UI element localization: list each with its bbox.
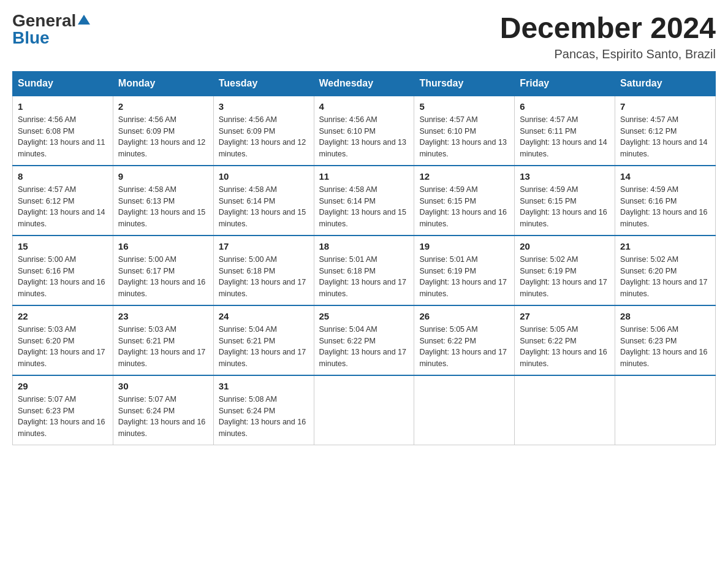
day-info: Sunrise: 5:01 AMSunset: 6:18 PMDaylight:… xyxy=(319,254,409,300)
day-info: Sunrise: 4:57 AMSunset: 6:11 PMDaylight:… xyxy=(520,114,610,160)
day-info: Sunrise: 5:05 AMSunset: 6:22 PMDaylight:… xyxy=(520,324,610,370)
weekday-header-row: SundayMondayTuesdayWednesdayThursdayFrid… xyxy=(13,71,716,96)
day-number: 11 xyxy=(319,171,409,182)
day-info: Sunrise: 4:58 AMSunset: 6:14 PMDaylight:… xyxy=(219,184,309,230)
day-number: 28 xyxy=(620,311,710,321)
calendar-day-cell: 2Sunrise: 4:56 AMSunset: 6:09 PMDaylight… xyxy=(113,96,213,166)
day-info: Sunrise: 4:57 AMSunset: 6:12 PMDaylight:… xyxy=(18,184,108,230)
calendar-day-cell: 14Sunrise: 4:59 AMSunset: 6:16 PMDayligh… xyxy=(615,166,716,236)
day-number: 27 xyxy=(520,311,610,321)
day-info: Sunrise: 5:00 AMSunset: 6:18 PMDaylight:… xyxy=(219,254,309,300)
calendar-day-cell: 9Sunrise: 4:58 AMSunset: 6:13 PMDaylight… xyxy=(113,166,213,236)
calendar-week-row: 22Sunrise: 5:03 AMSunset: 6:20 PMDayligh… xyxy=(13,305,716,375)
day-number: 31 xyxy=(219,381,309,391)
day-number: 20 xyxy=(520,241,610,251)
day-info: Sunrise: 4:56 AMSunset: 6:10 PMDaylight:… xyxy=(319,114,409,160)
day-number: 1 xyxy=(18,101,108,112)
calendar-day-cell: 24Sunrise: 5:04 AMSunset: 6:21 PMDayligh… xyxy=(213,305,314,375)
day-number: 16 xyxy=(118,241,208,251)
day-info: Sunrise: 5:03 AMSunset: 6:21 PMDaylight:… xyxy=(118,324,208,370)
calendar-day-cell: 13Sunrise: 4:59 AMSunset: 6:15 PMDayligh… xyxy=(515,166,615,236)
calendar-day-cell: 10Sunrise: 4:58 AMSunset: 6:14 PMDayligh… xyxy=(213,166,314,236)
day-info: Sunrise: 4:59 AMSunset: 6:15 PMDaylight:… xyxy=(520,184,610,230)
weekday-header-wednesday: Wednesday xyxy=(314,71,414,96)
day-number: 13 xyxy=(520,171,610,182)
calendar-day-cell: 1Sunrise: 4:56 AMSunset: 6:08 PMDaylight… xyxy=(13,96,113,166)
day-info: Sunrise: 5:00 AMSunset: 6:16 PMDaylight:… xyxy=(18,254,108,300)
logo-general: General xyxy=(12,12,76,29)
calendar-day-cell: 22Sunrise: 5:03 AMSunset: 6:20 PMDayligh… xyxy=(13,305,113,375)
calendar-day-cell: 3Sunrise: 4:56 AMSunset: 6:09 PMDaylight… xyxy=(213,96,314,166)
calendar-week-row: 15Sunrise: 5:00 AMSunset: 6:16 PMDayligh… xyxy=(13,236,716,305)
weekday-header-thursday: Thursday xyxy=(414,71,515,96)
calendar-day-cell: 25Sunrise: 5:04 AMSunset: 6:22 PMDayligh… xyxy=(314,305,414,375)
calendar-day-cell: 19Sunrise: 5:01 AMSunset: 6:19 PMDayligh… xyxy=(414,236,515,305)
calendar-day-cell: 11Sunrise: 4:58 AMSunset: 6:14 PMDayligh… xyxy=(314,166,414,236)
header: General Blue December 2024 Pancas, Espir… xyxy=(12,12,716,61)
calendar-day-cell: 7Sunrise: 4:57 AMSunset: 6:12 PMDaylight… xyxy=(615,96,716,166)
calendar-subtitle: Pancas, Espirito Santo, Brazil xyxy=(500,47,716,61)
day-info: Sunrise: 4:57 AMSunset: 6:10 PMDaylight:… xyxy=(419,114,509,160)
day-info: Sunrise: 5:08 AMSunset: 6:24 PMDaylight:… xyxy=(219,394,309,440)
logo-blue: Blue xyxy=(12,29,50,47)
calendar-day-cell: 31Sunrise: 5:08 AMSunset: 6:24 PMDayligh… xyxy=(213,375,314,445)
weekday-header-saturday: Saturday xyxy=(615,71,716,96)
calendar-day-cell: 16Sunrise: 5:00 AMSunset: 6:17 PMDayligh… xyxy=(113,236,213,305)
day-number: 6 xyxy=(520,101,610,112)
day-info: Sunrise: 4:56 AMSunset: 6:08 PMDaylight:… xyxy=(18,114,108,160)
day-info: Sunrise: 4:59 AMSunset: 6:16 PMDaylight:… xyxy=(620,184,710,230)
calendar-day-cell: 6Sunrise: 4:57 AMSunset: 6:11 PMDaylight… xyxy=(515,96,615,166)
calendar-day-cell: 8Sunrise: 4:57 AMSunset: 6:12 PMDaylight… xyxy=(13,166,113,236)
calendar-week-row: 29Sunrise: 5:07 AMSunset: 6:23 PMDayligh… xyxy=(13,375,716,445)
calendar-day-cell: 17Sunrise: 5:00 AMSunset: 6:18 PMDayligh… xyxy=(213,236,314,305)
day-info: Sunrise: 5:05 AMSunset: 6:22 PMDaylight:… xyxy=(419,324,509,370)
day-info: Sunrise: 5:06 AMSunset: 6:23 PMDaylight:… xyxy=(620,324,710,370)
calendar-day-cell: 4Sunrise: 4:56 AMSunset: 6:10 PMDaylight… xyxy=(314,96,414,166)
empty-cell xyxy=(314,375,414,445)
day-info: Sunrise: 5:02 AMSunset: 6:20 PMDaylight:… xyxy=(620,254,710,300)
day-info: Sunrise: 5:01 AMSunset: 6:19 PMDaylight:… xyxy=(419,254,509,300)
calendar-day-cell: 30Sunrise: 5:07 AMSunset: 6:24 PMDayligh… xyxy=(113,375,213,445)
day-number: 4 xyxy=(319,101,409,112)
day-info: Sunrise: 5:03 AMSunset: 6:20 PMDaylight:… xyxy=(18,324,108,370)
day-number: 25 xyxy=(319,311,409,321)
weekday-header-friday: Friday xyxy=(515,71,615,96)
day-info: Sunrise: 5:07 AMSunset: 6:24 PMDaylight:… xyxy=(118,394,208,440)
weekday-header-tuesday: Tuesday xyxy=(213,71,314,96)
title-area: December 2024 Pancas, Espirito Santo, Br… xyxy=(500,12,716,61)
day-number: 15 xyxy=(18,241,108,251)
day-number: 19 xyxy=(419,241,509,251)
logo: General Blue xyxy=(12,12,91,47)
day-number: 8 xyxy=(18,171,108,182)
calendar-day-cell: 29Sunrise: 5:07 AMSunset: 6:23 PMDayligh… xyxy=(13,375,113,445)
day-number: 26 xyxy=(419,311,509,321)
day-info: Sunrise: 4:58 AMSunset: 6:14 PMDaylight:… xyxy=(319,184,409,230)
day-info: Sunrise: 4:59 AMSunset: 6:15 PMDaylight:… xyxy=(419,184,509,230)
calendar-day-cell: 18Sunrise: 5:01 AMSunset: 6:18 PMDayligh… xyxy=(314,236,414,305)
calendar-day-cell: 27Sunrise: 5:05 AMSunset: 6:22 PMDayligh… xyxy=(515,305,615,375)
day-number: 10 xyxy=(219,171,309,182)
calendar-day-cell: 15Sunrise: 5:00 AMSunset: 6:16 PMDayligh… xyxy=(13,236,113,305)
day-number: 29 xyxy=(18,381,108,391)
calendar-table: SundayMondayTuesdayWednesdayThursdayFrid… xyxy=(12,71,716,445)
calendar-day-cell: 28Sunrise: 5:06 AMSunset: 6:23 PMDayligh… xyxy=(615,305,716,375)
day-info: Sunrise: 5:04 AMSunset: 6:22 PMDaylight:… xyxy=(319,324,409,370)
day-info: Sunrise: 5:02 AMSunset: 6:19 PMDaylight:… xyxy=(520,254,610,300)
day-info: Sunrise: 5:04 AMSunset: 6:21 PMDaylight:… xyxy=(219,324,309,370)
day-number: 9 xyxy=(118,171,208,182)
day-number: 18 xyxy=(319,241,409,251)
calendar-day-cell: 23Sunrise: 5:03 AMSunset: 6:21 PMDayligh… xyxy=(113,305,213,375)
weekday-header-sunday: Sunday xyxy=(13,71,113,96)
weekday-header-monday: Monday xyxy=(113,71,213,96)
day-number: 23 xyxy=(118,311,208,321)
day-number: 30 xyxy=(118,381,208,391)
logo-triangle-icon xyxy=(77,13,91,27)
day-info: Sunrise: 5:00 AMSunset: 6:17 PMDaylight:… xyxy=(118,254,208,300)
day-number: 12 xyxy=(419,171,509,182)
empty-cell xyxy=(615,375,716,445)
calendar-day-cell: 12Sunrise: 4:59 AMSunset: 6:15 PMDayligh… xyxy=(414,166,515,236)
calendar-week-row: 8Sunrise: 4:57 AMSunset: 6:12 PMDaylight… xyxy=(13,166,716,236)
day-info: Sunrise: 4:58 AMSunset: 6:13 PMDaylight:… xyxy=(118,184,208,230)
svg-marker-0 xyxy=(78,15,90,25)
day-number: 24 xyxy=(219,311,309,321)
